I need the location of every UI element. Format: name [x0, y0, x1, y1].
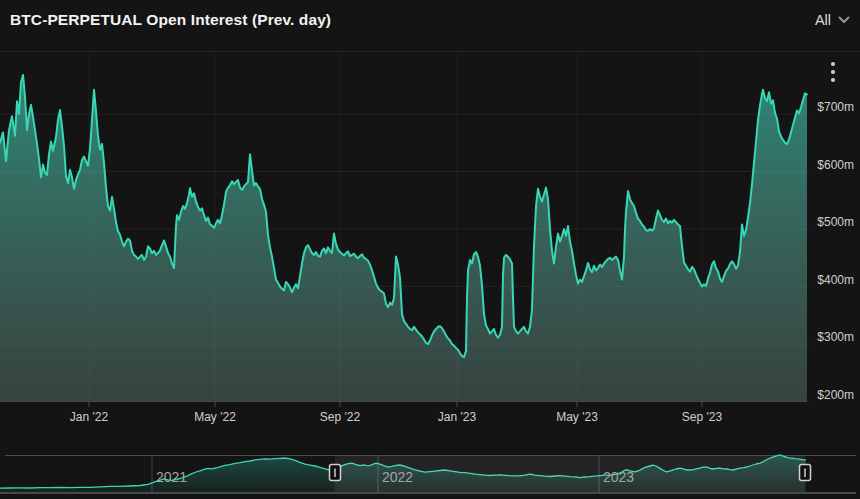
chart-canvas — [0, 0, 860, 499]
open-interest-chart-panel: BTC-PERPETUAL Open Interest (Prev. day) … — [0, 0, 860, 499]
menu-dot-icon — [831, 78, 835, 82]
menu-dot-icon — [831, 62, 835, 66]
navigator-left-handle[interactable] — [330, 465, 341, 481]
menu-dot-icon — [831, 70, 835, 74]
chart-context-menu-button[interactable] — [822, 57, 844, 87]
chart-plot-area[interactable] — [0, 53, 810, 402]
navigator-selected-range[interactable] — [335, 456, 805, 492]
navigator-right-handle[interactable] — [800, 465, 811, 481]
